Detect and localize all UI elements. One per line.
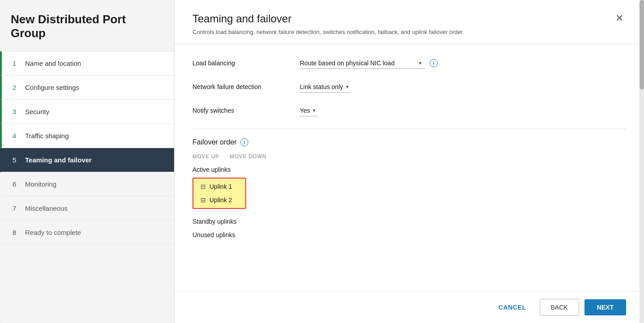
- sidebar-step-4[interactable]: 4Traffic shaping: [0, 124, 174, 148]
- network-failure-row: Network failure detection Link status on…: [192, 81, 626, 93]
- notify-switches-arrow: ▾: [313, 107, 316, 114]
- active-uplinks-box: ⊟ Uplink 1 ⊟ Uplink 2: [192, 178, 246, 209]
- step-label-7: Miscellaneous: [25, 204, 68, 212]
- uplink-2-label: Uplink 2: [209, 196, 232, 204]
- load-balancing-info-icon[interactable]: i: [430, 59, 438, 67]
- network-failure-value: Link status only: [300, 83, 343, 90]
- step-label-6: Monitoring: [25, 180, 56, 188]
- load-balancing-arrow: ▾: [419, 60, 422, 66]
- header-left: Teaming and failover Controls load balan…: [192, 13, 464, 37]
- sidebar-title: New Distributed Port Group: [0, 0, 174, 51]
- step-num-2: 2: [13, 84, 21, 91]
- failover-title-text: Failover order: [192, 138, 237, 146]
- step-num-8: 8: [13, 229, 21, 236]
- step-label-5: Teaming and failover: [25, 156, 92, 164]
- uplink-1-label: Uplink 1: [209, 183, 232, 190]
- load-balancing-label: Load balancing: [192, 60, 291, 67]
- network-failure-label: Network failure detection: [192, 83, 291, 90]
- sidebar-step-2[interactable]: 2Configure settings: [0, 76, 174, 100]
- uplink-2-icon: ⊟: [200, 196, 206, 204]
- page-subtitle: Controls load balancing, network failure…: [192, 28, 464, 37]
- notify-switches-value: Yes: [300, 107, 310, 114]
- step-label-1: Name and location: [25, 60, 81, 67]
- step-label-4: Traffic shaping: [25, 132, 69, 140]
- step-num-3: 3: [13, 108, 21, 115]
- step-num-4: 4: [13, 132, 21, 140]
- sidebar-step-7[interactable]: 7Miscellaneous: [0, 196, 174, 221]
- sidebar-step-1[interactable]: 1Name and location: [0, 51, 174, 76]
- close-button[interactable]: ✕: [613, 13, 626, 24]
- uplink-1-icon: ⊟: [200, 183, 206, 190]
- load-balancing-select[interactable]: Route based on physical NIC load ▾: [300, 58, 425, 69]
- step-num-5: 5: [13, 156, 21, 164]
- notify-switches-select[interactable]: Yes ▾: [300, 105, 317, 116]
- load-balancing-value: Route based on physical NIC load: [300, 60, 416, 67]
- network-failure-select[interactable]: Link status only ▾: [300, 81, 350, 93]
- load-balancing-row: Load balancing Route based on physical N…: [192, 58, 626, 69]
- move-down-button[interactable]: MOVE DOWN: [230, 153, 267, 160]
- dialog-container: New Distributed Port Group 1Name and loc…: [0, 0, 644, 323]
- sidebar-step-5[interactable]: 5Teaming and failover: [0, 148, 174, 172]
- back-button[interactable]: BACK: [540, 299, 579, 316]
- standby-uplinks-label: Standby uplinks: [192, 218, 626, 225]
- footer: CANCEL BACK NEXT: [175, 291, 644, 323]
- content-header: Teaming and failover Controls load balan…: [175, 0, 644, 44]
- next-button[interactable]: NEXT: [584, 299, 626, 315]
- network-failure-arrow: ▾: [346, 84, 349, 90]
- step-num-7: 7: [13, 204, 21, 212]
- step-label-3: Security: [25, 108, 49, 115]
- form-content: Load balancing Route based on physical N…: [175, 44, 644, 292]
- scrollbar-thumb[interactable]: [640, 0, 644, 89]
- step-num-1: 1: [13, 60, 21, 67]
- cancel-button[interactable]: CANCEL: [490, 299, 534, 315]
- scrollbar-track: [640, 0, 644, 323]
- uplink-2-item[interactable]: ⊟ Uplink 2: [197, 194, 242, 206]
- page-title: Teaming and failover: [192, 13, 464, 25]
- active-uplinks-label: Active uplinks: [192, 166, 626, 173]
- notify-switches-label: Notify switches: [192, 107, 291, 114]
- sidebar-step-8[interactable]: 8Ready to complete: [0, 221, 174, 245]
- step-label-2: Configure settings: [25, 84, 79, 91]
- uplink-1-item[interactable]: ⊟ Uplink 1: [197, 180, 242, 193]
- notify-switches-control: Yes ▾: [300, 105, 317, 116]
- notify-switches-row: Notify switches Yes ▾: [192, 105, 626, 116]
- sidebar-step-6[interactable]: 6Monitoring: [0, 172, 174, 196]
- step-label-8: Ready to complete: [25, 229, 81, 236]
- divider: [192, 129, 626, 129]
- network-failure-control: Link status only ▾: [300, 81, 350, 93]
- main-content: Teaming and failover Controls load balan…: [175, 0, 644, 323]
- sidebar-steps: 1Name and location2Configure settings3Se…: [0, 51, 174, 323]
- move-up-button[interactable]: MOVE UP: [192, 153, 219, 160]
- load-balancing-control: Route based on physical NIC load ▾ i: [300, 58, 438, 69]
- sidebar-step-3[interactable]: 3Security: [0, 100, 174, 124]
- sidebar: New Distributed Port Group 1Name and loc…: [0, 0, 175, 323]
- failover-actions: MOVE UP MOVE DOWN: [192, 153, 626, 160]
- dialog-body: New Distributed Port Group 1Name and loc…: [0, 0, 644, 323]
- step-num-6: 6: [13, 180, 21, 188]
- failover-info-icon[interactable]: i: [240, 138, 248, 146]
- unused-uplinks-label: Unused uplinks: [192, 231, 626, 238]
- failover-section-title: Failover order i: [192, 138, 626, 146]
